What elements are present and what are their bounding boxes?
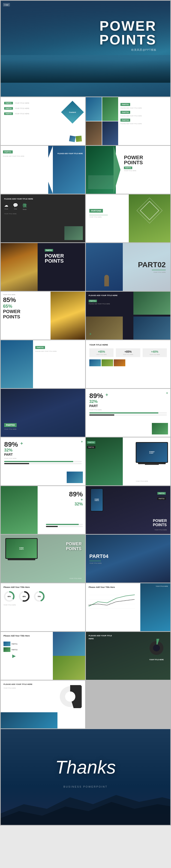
- part01-tag-3: PART01: [124, 166, 132, 169]
- slide-phone: POWERPOINTS PART01 PART02 POWER POINTS Y…: [86, 486, 170, 534]
- slide-part03: PART03 YOUR TITLE HERE: [1, 389, 85, 437]
- slide-thanks: Thanks BUSINESS POWERPOINT: [1, 729, 170, 825]
- chat-icon: 💬 Chat: [13, 203, 18, 210]
- part01-parts: PART01: [11, 643, 18, 645]
- part-tag-stats: PART: [89, 404, 103, 408]
- slide-please-chart: Please Add Your Title Here YOUR TITLE HE…: [86, 583, 170, 631]
- phone-part01: PART01: [158, 492, 166, 495]
- slides-container: Logo POWER POINTS 欧美风景@PPT模板 PART01 YOUR…: [0, 0, 171, 826]
- cloud-icon: ☁ Cloud: [4, 203, 8, 210]
- slide-device-green: POWERPOINTS POWER POINTS YOUR TITLE HERE: [1, 535, 85, 583]
- slide-please-dark-pie: PLEASE ADD YOUR TITLE HERE YOUR TITLE HE…: [86, 632, 170, 680]
- power-title: POWER: [124, 155, 143, 160]
- part01-title-list: PLEASE ADD YOUR TITLE HERE: [120, 107, 168, 109]
- part03-tag: PART03: [4, 423, 17, 427]
- slide-stats-right: 89% + 32%: [1, 486, 85, 534]
- slide-cover: Logo POWER POINTS 欧美风景@PPT模板: [1, 1, 170, 96]
- sub-pct-2: 32%: [4, 448, 18, 453]
- svg-point-12: [153, 645, 160, 651]
- phone-part02: PART02: [158, 497, 166, 500]
- thanks-subtitle: BUSINESS POWERPOINT: [63, 785, 108, 788]
- slide-please-circles: Please Add Your Title Here 60% 80%: [1, 583, 85, 631]
- main-pct-2: 89%: [4, 441, 18, 448]
- part01-device-tag: PART01: [87, 441, 95, 444]
- please-circles-title: Please Add Your Title Here: [3, 586, 82, 588]
- slide-please-pie-right: PLEASE ADD YOUR TITLE HERE YOUR TITLE HE…: [1, 681, 85, 728]
- please-dark-title: PLEASE ADD YOUR TITLE: [89, 634, 168, 637]
- part01-tag-2: PART01: [3, 150, 13, 153]
- part03-desc: YOUR TITLE HERE: [15, 113, 29, 115]
- slide-toc: PART01 YOUR TITLE HERE PART02 YOUR TITLE…: [1, 97, 85, 145]
- stat-item-3: +40% YOUR TITLE HERE: [143, 348, 167, 357]
- plus-icon: +: [89, 332, 91, 336]
- slide-power-green: POWER POINTS PART01 YOUR TITLE HERE: [86, 146, 170, 194]
- stat-item-2: +85% YOUR TITLE HERE: [116, 348, 140, 357]
- diamond-decoration: Content: [64, 104, 81, 120]
- part01-label: PART01: [120, 103, 130, 106]
- part02-device-tag: PART02: [87, 446, 95, 448]
- svg-point-15: [65, 691, 75, 702]
- part01-dark-tag: PART01: [45, 249, 53, 252]
- slide-dark-icons: PLEASE ADD YOUR TITLE HERE ☁ Cloud 💬 Cha…: [1, 194, 85, 242]
- slide-part04: PART04 YOUR TITLE HERE: [86, 535, 170, 583]
- slide-part02: PART02 YOUR TITLE HERE: [86, 243, 170, 291]
- slide-part01-list: PART01 PLEASE ADD YOUR TITLE HERE: [1, 340, 85, 388]
- pct-85: 85%: [3, 296, 47, 304]
- part02-big-label: PART02: [138, 261, 166, 268]
- cover-points: POINTS: [99, 33, 156, 47]
- part01-desc: YOUR TITLE HERE: [15, 102, 29, 104]
- slide-part01-photo: PART01 PLEASE ADD YOUR TITLE HERE PART02…: [86, 97, 170, 145]
- part01-tag: PART01: [4, 102, 13, 104]
- slide-partone: PARTONE YOUR TITLE HERE: [86, 194, 170, 242]
- main-pct-3: 89%: [69, 491, 83, 498]
- slide-stats-1: 89% 32% PART + YOUR TITLE HERE +: [86, 389, 170, 437]
- weibo-icon: 微 Weibo: [23, 203, 27, 210]
- slide-part01-dark: PART01 POWER POINTS: [1, 243, 85, 291]
- slide-device-laptop: PART01 PART02 POWERPOINT YOUR TITLE HERE: [86, 437, 170, 485]
- part01-small-tag: PART01: [89, 300, 97, 302]
- slide-stats-2: 89% 32% PART + YOUR TITLE HERE +: [1, 437, 85, 485]
- please-dark-title2: HERE: [89, 638, 168, 640]
- slide-part01-blue: PART01 PLEASE ADD YOUR TITLE HERE PLEASE…: [1, 146, 85, 194]
- slide-please-parts: Please Add Your Title Here ▶ PART01 PART…: [1, 632, 85, 680]
- cover-subtitle: 欧美风景@PPT模板: [99, 48, 156, 52]
- slide-power-pct: YOUR TITLE HERE 85% 65% POWER POINTS: [1, 292, 85, 340]
- please-add-title: PLEASE ADD YOUR TITLE HERE: [89, 294, 168, 297]
- logo: Logo: [3, 3, 10, 6]
- part01-list-tag: PART01: [35, 346, 45, 349]
- dark-title: PLEASE ADD YOUR TITLE HERE: [4, 198, 82, 200]
- power-dark: POWER: [45, 253, 82, 258]
- part03-label: PART03: [120, 119, 130, 122]
- sub-pct-3: 32%: [69, 502, 83, 506]
- part03-tag: PART03: [4, 113, 13, 115]
- thanks-title: Thanks: [55, 757, 116, 778]
- cover-power: POWER: [99, 19, 156, 33]
- part02-parts: PART02: [11, 649, 18, 651]
- plus-tag-stats: +: [106, 392, 108, 398]
- your-title-heading: YOUR TITLE HERE: [89, 344, 167, 346]
- slide-please-add-dark: PLEASE ADD YOUR TITLE HERE PART01 PLEASE…: [86, 292, 170, 340]
- points-title: POINTS: [124, 160, 143, 165]
- slide-your-title-stats: YOUR TITLE HERE +65% YOUR TITLE HERE +85…: [86, 340, 170, 388]
- plus-3: +: [69, 498, 83, 502]
- cover-title: POWER POINTS 欧美风景@PPT模板: [99, 19, 156, 52]
- stat-item-1: +65% YOUR TITLE HERE: [89, 348, 114, 357]
- main-pct-1: 89%: [89, 392, 103, 399]
- points-dark: POINTS: [45, 258, 82, 264]
- sub-pct-1: 32%: [89, 399, 103, 404]
- plus-tag-2: +: [20, 441, 23, 446]
- part02-tag: PART02: [4, 107, 13, 110]
- partone-label: PARTONE: [89, 209, 103, 213]
- part02-desc: YOUR TITLE HERE: [15, 107, 29, 109]
- part02-label: PART02: [120, 111, 130, 114]
- part04-tag: PART04: [89, 553, 109, 559]
